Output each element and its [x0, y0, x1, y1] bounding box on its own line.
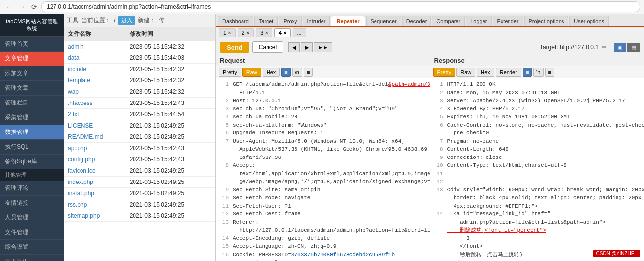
tab-intruder[interactable]: Intruder [303, 16, 330, 26]
res-line: </a> [432, 259, 643, 261]
send-button[interactable]: Send [220, 42, 249, 53]
res-line: pre-check=0 [432, 129, 643, 137]
tab-comparer[interactable]: Comparer [432, 16, 465, 26]
reload-button[interactable]: ⟳ [29, 2, 39, 12]
sidebar-item-users[interactable]: 人员管理 [0, 210, 64, 225]
file-name-cell[interactable]: sitemap.php [64, 210, 126, 222]
next-arrow[interactable]: ▶ [301, 42, 313, 52]
tab-project-options[interactable]: Project options [524, 16, 569, 26]
sub-tab-2[interactable]: 2 × [238, 28, 254, 37]
res-render-btn[interactable]: Render [496, 68, 521, 77]
res-hex-btn[interactable]: Hex [477, 68, 494, 77]
table-row[interactable]: sitemap.php2021-03-15 02:49:25 [64, 210, 215, 222]
req-raw-btn[interactable]: Raw [242, 68, 261, 77]
view-btn-2[interactable]: ▤ [627, 43, 640, 52]
cancel-button[interactable]: Cancel [252, 41, 283, 53]
table-row[interactable]: install.php2021-03-15 02:49:25 [64, 188, 215, 199]
sub-tab-3[interactable]: 3 × [256, 28, 272, 37]
sidebar-item-data[interactable]: 数据管理 [0, 125, 64, 140]
table-row[interactable]: wap2023-05-15 15:42:32 [64, 86, 215, 98]
file-name-cell[interactable]: template [64, 75, 126, 86]
file-name-cell[interactable]: include [64, 64, 126, 75]
table-row[interactable]: rss.php2021-03-15 02:49:25 [64, 199, 215, 210]
table-row[interactable]: .htaccess2023-05-15 15:42:43 [64, 98, 215, 109]
prev-arrow[interactable]: ◀ [288, 42, 300, 52]
file-name-cell[interactable]: config.php [64, 154, 126, 165]
table-row[interactable]: admin2023-05-15 15:42:32 [64, 41, 215, 52]
table-row[interactable]: 2.txt2023-05-15 15:44:54 [64, 109, 215, 120]
tab-proxy[interactable]: Proxy [279, 16, 301, 26]
sidebar-item-links[interactable]: 友情链接 [0, 196, 64, 210]
sidebar-item-home[interactable]: 管理首页 [0, 37, 64, 52]
table-row[interactable]: include2023-05-15 15:42:32 [64, 64, 215, 75]
req-pretty-btn[interactable]: Pretty [219, 68, 241, 77]
fast-forward[interactable]: ►► [314, 42, 332, 52]
table-row[interactable]: favicon.ico2021-03-15 02:49:25 [64, 165, 215, 177]
sidebar-item-import-export[interactable]: 导入导出 [0, 255, 64, 261]
sidebar-item-settings[interactable]: 综合设置 [0, 240, 64, 255]
file-name-cell[interactable]: api.php [64, 143, 126, 154]
table-row[interactable]: api.php2023-05-15 15:42:43 [64, 143, 215, 154]
sidebar-item-backup[interactable]: 备份Sqlite库 [0, 155, 64, 169]
line-number: 11 [432, 170, 443, 178]
back-button[interactable]: ← [4, 2, 15, 12]
table-row[interactable]: config.php2023-05-15 15:42:43 [64, 154, 215, 165]
line-number: 10 [432, 161, 443, 170]
line-text: HTTP/1.1 200 OK [447, 80, 496, 89]
file-name-cell[interactable]: .htaccess [64, 98, 126, 109]
sidebar-item-manage-article[interactable]: 管理文章 [0, 81, 64, 96]
res-newline-icon[interactable]: \n [533, 68, 543, 77]
file-name-cell[interactable]: LICENSE [64, 120, 126, 131]
sidebar-item-collection[interactable]: 采集管理 [0, 110, 64, 125]
req-line: ge/webp,image/apng,*/*;q=0.8,application… [218, 178, 428, 186]
enter-button[interactable]: 进入 [118, 16, 135, 25]
file-name-cell[interactable]: favicon.ico [64, 165, 126, 177]
table-row[interactable]: template2023-05-15 15:42:32 [64, 75, 215, 86]
file-name-cell[interactable]: data [64, 52, 126, 64]
req-save-icon[interactable]: ≡ [281, 68, 290, 77]
res-menu-icon[interactable]: ≡ [545, 68, 554, 77]
sidebar-item-manage-columns[interactable]: 管理栏目 [0, 96, 64, 110]
sidebar-item-files[interactable]: 文件管理 [0, 225, 64, 240]
line-number [218, 226, 229, 235]
tab-repeater[interactable]: Repeater [331, 16, 365, 26]
file-name-cell[interactable]: install.php [64, 188, 126, 199]
browser-url-bar[interactable]: 127.0.0.1/taocms/admin/admin.php?action=… [41, 1, 640, 12]
sidebar-item-sql[interactable]: 执行SQL [0, 140, 64, 155]
tab-logger[interactable]: Logger [466, 16, 491, 26]
tab-dashboard[interactable]: Dashboard [218, 16, 253, 26]
response-content[interactable]: 1HTTP/1.1 200 OK2Date: Mon, 15 May 2023 … [430, 78, 644, 261]
file-name-cell[interactable]: 2.txt [64, 109, 126, 120]
file-name-cell[interactable]: README.md [64, 131, 126, 143]
req-menu-icon[interactable]: ≡ [304, 68, 313, 77]
sub-tab-4[interactable]: 4 × [274, 28, 291, 37]
file-name-cell[interactable]: admin [64, 41, 126, 52]
file-name-cell[interactable]: index.php [64, 177, 126, 188]
req-newline-icon[interactable]: \n [292, 68, 302, 77]
sub-tab-1[interactable]: 1 × [219, 28, 236, 37]
table-row[interactable]: LICENSE2021-03-15 02:49:25 [64, 120, 215, 131]
forward-button[interactable]: → [17, 2, 27, 12]
sidebar-item-comments[interactable]: 管理评论 [0, 181, 64, 196]
sidebar-item-add-article[interactable]: 添加文章 [0, 66, 64, 81]
tab-user-options[interactable]: User options [569, 16, 609, 26]
table-row[interactable]: data2023-05-15 15:44:03 [64, 52, 215, 64]
file-name-cell[interactable]: wap [64, 86, 126, 98]
tab-extender[interactable]: Extender [493, 16, 523, 26]
tab-target[interactable]: Target [254, 16, 278, 26]
table-row[interactable]: index.php2021-03-15 02:49:25 [64, 177, 215, 188]
edit-target-icon[interactable]: ✏ [602, 44, 607, 51]
view-btn-1[interactable]: ▣ [614, 43, 626, 52]
tab-decoder[interactable]: Decoder [402, 16, 431, 26]
req-hex-btn[interactable]: Hex [263, 68, 280, 77]
res-pretty-btn[interactable]: Pretty [433, 68, 456, 77]
tab-sequencer[interactable]: Sequencer [366, 16, 401, 26]
res-raw-btn[interactable]: Raw [456, 68, 475, 77]
request-content[interactable]: 1GET /taocms/admin/admin.php?action=file… [216, 78, 430, 261]
file-name-cell[interactable]: rss.php [64, 199, 126, 210]
res-line: 13<div style="width: 600px; word-wrap: b… [432, 186, 643, 194]
table-row[interactable]: README.md2021-03-15 02:49:25 [64, 131, 215, 143]
res-save-icon[interactable]: ≡ [523, 68, 532, 77]
sidebar-item-article-mgmt[interactable]: 文章管理 [0, 52, 64, 66]
sub-tab-more[interactable]: ... [293, 28, 306, 37]
